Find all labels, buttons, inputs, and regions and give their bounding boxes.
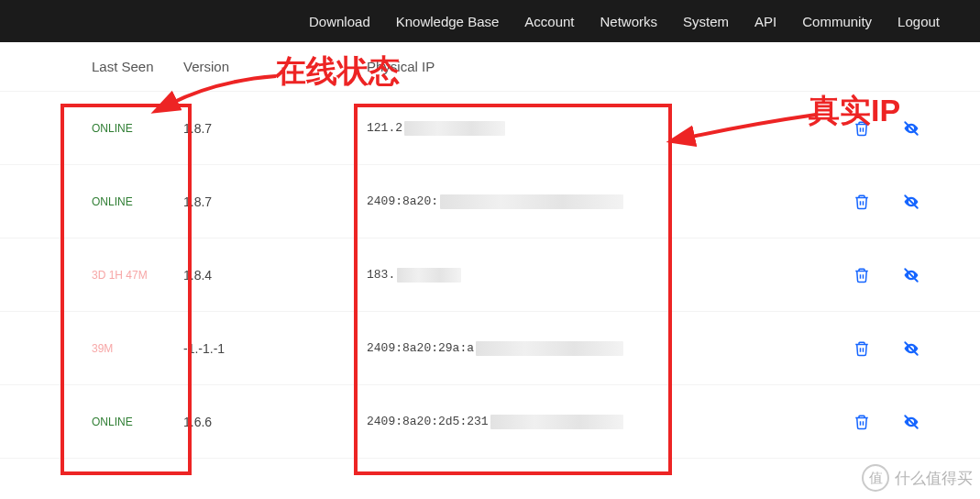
cell-actions (623, 118, 980, 139)
watermark-text: 什么值得买 (895, 468, 973, 489)
cell-version: 1.8.7 (183, 121, 312, 136)
trash-icon (853, 414, 870, 430)
cell-version: 1.8.7 (183, 194, 312, 209)
cell-actions (623, 412, 980, 432)
cell-last-seen: ONLINE (0, 122, 183, 135)
trash-icon (853, 194, 870, 210)
cell-last-seen: ONLINE (0, 416, 183, 428)
table-row: ONLINE1.8.72409:8a20: (0, 165, 980, 238)
ip-prefix: 2409:8a20:29a:a (367, 341, 474, 355)
eye-off-icon (903, 120, 919, 137)
visibility-button[interactable] (901, 412, 921, 432)
table-row: 3D 1H 47M1.8.4183. (0, 238, 980, 312)
visibility-button[interactable] (901, 192, 921, 212)
table-row: ONLINE1.6.62409:8a20:2d5:231 (0, 385, 980, 459)
ip-redacted (490, 415, 623, 429)
ip-prefix: 121.2 (367, 121, 402, 135)
header-physical-ip: Physical IP (312, 59, 623, 74)
ip-prefix: 2409:8a20: (367, 194, 438, 208)
nav-account[interactable]: Account (512, 0, 587, 42)
nav-community[interactable]: Community (789, 0, 885, 42)
table-header: Last Seen Version Physical IP (0, 42, 980, 92)
cell-physical-ip: 121.2 (312, 121, 623, 136)
trash-icon (853, 267, 870, 283)
cell-physical-ip: 2409:8a20:2d5:231 (312, 415, 623, 429)
eye-off-icon (903, 340, 919, 357)
cell-version: 1.6.6 (183, 415, 312, 429)
ip-prefix: 183. (367, 268, 395, 282)
nav-knowledge-base[interactable]: Knowledge Base (383, 0, 512, 42)
watermark: 值 什么值得买 (862, 464, 973, 492)
ip-redacted (404, 121, 505, 136)
trash-icon (853, 340, 870, 357)
header-last-seen: Last Seen (0, 59, 183, 74)
cell-last-seen: ONLINE (0, 195, 183, 208)
cell-last-seen: 3D 1H 47M (0, 269, 183, 282)
ip-redacted (440, 194, 623, 209)
cell-actions (623, 338, 980, 359)
nav-download[interactable]: Download (296, 0, 383, 42)
ip-redacted (476, 341, 623, 356)
top-nav: Download Knowledge Base Account Networks… (0, 0, 980, 42)
cell-version: -1.-1.-1 (183, 341, 312, 356)
visibility-button[interactable] (901, 338, 921, 359)
nav-system[interactable]: System (670, 0, 742, 42)
header-version: Version (183, 59, 312, 74)
ip-prefix: 2409:8a20:2d5:231 (367, 415, 489, 428)
table-row: ONLINE1.8.7121.2 (0, 92, 980, 165)
ip-redacted (397, 268, 461, 283)
delete-button[interactable] (852, 412, 872, 432)
nav-api[interactable]: API (742, 0, 789, 42)
cell-actions (623, 265, 980, 285)
nav-networks[interactable]: Networks (588, 0, 671, 42)
nav-logout[interactable]: Logout (885, 0, 952, 42)
delete-button[interactable] (852, 338, 872, 359)
table-row: 39M-1.-1.-12409:8a20:29a:a (0, 312, 980, 385)
cell-physical-ip: 2409:8a20: (312, 194, 623, 209)
eye-off-icon (903, 194, 919, 210)
table-body: ONLINE1.8.7121.2ONLINE1.8.72409:8a20:3D … (0, 92, 980, 459)
delete-button[interactable] (852, 192, 872, 212)
cell-version: 1.8.4 (183, 268, 312, 283)
visibility-button[interactable] (901, 118, 921, 139)
watermark-icon: 值 (862, 464, 889, 492)
delete-button[interactable] (852, 118, 872, 139)
cell-actions (623, 192, 980, 212)
visibility-button[interactable] (901, 265, 921, 285)
cell-physical-ip: 2409:8a20:29a:a (312, 341, 623, 356)
delete-button[interactable] (852, 265, 872, 285)
eye-off-icon (903, 414, 919, 430)
cell-physical-ip: 183. (312, 268, 623, 283)
eye-off-icon (903, 267, 919, 283)
trash-icon (853, 120, 870, 137)
cell-last-seen: 39M (0, 342, 183, 355)
